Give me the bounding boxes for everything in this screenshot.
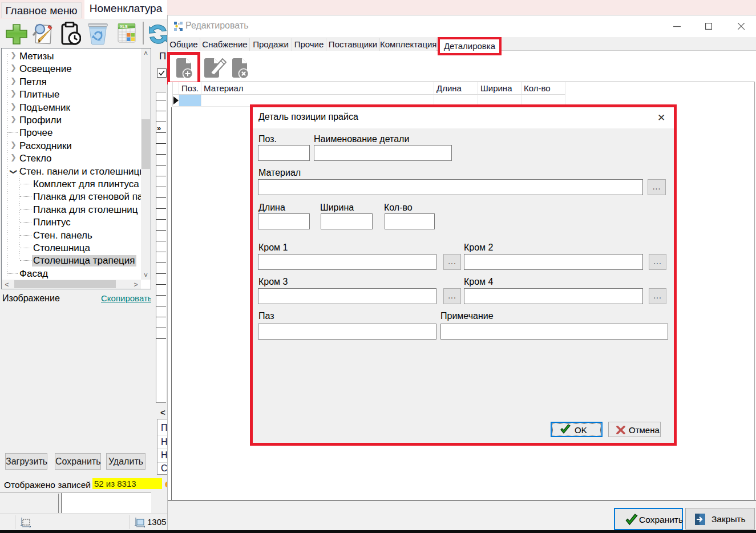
svg-text:XLS: XLS <box>120 25 128 29</box>
